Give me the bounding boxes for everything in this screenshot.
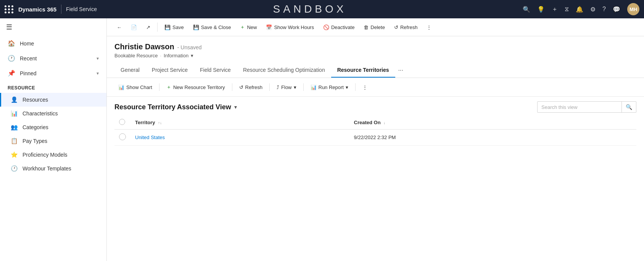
sidebar-item-home[interactable]: 🏠 Home — [0, 36, 106, 51]
run-report-button[interactable]: 📊 Run Report ▾ — [307, 83, 352, 92]
form-name: Information — [164, 53, 188, 58]
bell-icon[interactable]: 🔔 — [576, 6, 583, 13]
sub-refresh-icon: ↺ — [239, 84, 243, 90]
view-title-chevron-icon[interactable]: ▾ — [234, 104, 237, 110]
search-box: 🔍 — [537, 101, 636, 113]
row-radio-button[interactable] — [119, 133, 126, 140]
deactivate-label: Deactivate — [331, 24, 354, 30]
more-button[interactable]: ⋮ — [423, 22, 435, 32]
report-icon: 📊 — [311, 84, 317, 90]
sidebar-categories-label: Categories — [23, 124, 48, 130]
show-work-hours-button[interactable]: 📅 Show Work Hours — [262, 22, 318, 32]
refresh-icon: ↺ — [394, 24, 398, 30]
tab-project-service-label: Project Service — [152, 67, 188, 73]
save-button[interactable]: 💾 Save — [161, 22, 188, 32]
new-button[interactable]: ＋ New — [236, 21, 261, 33]
toolbar-divider-1 — [157, 23, 158, 32]
sub-toolbar-sep-4 — [303, 83, 304, 91]
sub-more-icon: ⋮ — [362, 84, 367, 90]
sidebar-item-recent[interactable]: 🕐 Recent ▾ — [0, 51, 106, 66]
save-label: Save — [172, 24, 184, 30]
filter-icon[interactable]: ⧖ — [565, 6, 569, 13]
tab-resource-scheduling[interactable]: Resource Scheduling Optimization — [237, 63, 331, 78]
deactivate-button[interactable]: 🚫 Deactivate — [319, 22, 358, 32]
chart-icon: 📊 — [118, 84, 124, 90]
record-tabs: General Project Service Field Service Re… — [107, 63, 644, 78]
pay-types-icon: 📋 — [11, 138, 18, 144]
app-launcher[interactable] — [5, 5, 14, 13]
open-in-new-button[interactable]: ↗ — [142, 22, 154, 32]
flow-chevron-icon: ▾ — [294, 84, 296, 90]
search-icon: 🔍 — [626, 104, 632, 110]
home-icon: 🏠 — [8, 40, 15, 47]
entity-type: Bookable Resource — [114, 53, 158, 58]
more-icon: ⋮ — [427, 24, 431, 30]
form-icon: 📄 — [131, 24, 137, 30]
search-icon[interactable]: 🔍 — [523, 6, 530, 13]
sidebar-item-characteristics[interactable]: 📊 Characteristics — [0, 107, 106, 120]
save-close-button[interactable]: 💾 Save & Close — [189, 22, 235, 32]
sub-toolbar-sep-5 — [355, 83, 356, 91]
new-icon: ＋ — [240, 24, 245, 31]
main-toolbar: ← 📄 ↗ 💾 Save 💾 Save & Close ＋ New — [107, 18, 644, 36]
tab-field-service[interactable]: Field Service — [194, 63, 237, 78]
show-chart-button[interactable]: 📊 Show Chart — [114, 83, 156, 92]
flow-button[interactable]: ⤴ Flow ▾ — [273, 83, 300, 92]
user-avatar[interactable]: MH — [627, 3, 639, 15]
tab-general[interactable]: General — [114, 63, 146, 78]
recent-icon: 🕐 — [8, 55, 15, 62]
created-on-column-header[interactable]: Created On ↓ — [349, 116, 636, 130]
search-button[interactable]: 🔍 — [621, 102, 636, 112]
back-button[interactable]: ← — [113, 22, 126, 32]
chat-icon[interactable]: 💬 — [613, 6, 620, 13]
sub-more-button[interactable]: ⋮ — [359, 83, 371, 92]
top-nav-icons: 🔍 💡 ＋ ⧖ 🔔 ⚙ ? 💬 MH — [523, 3, 639, 15]
sub-refresh-button[interactable]: ↺ Refresh — [235, 83, 267, 92]
sidebar-item-proficiency-models[interactable]: ⭐ Proficiency Models — [0, 148, 106, 162]
territory-link[interactable]: United States — [135, 135, 165, 140]
sidebar-item-pay-types[interactable]: 📋 Pay Types — [0, 134, 106, 148]
tab-resource-territories[interactable]: Resource Territories — [331, 63, 395, 78]
help-icon[interactable]: ? — [602, 6, 606, 13]
main-layout: ☰ 🏠 Home 🕐 Recent ▾ 📌 Pinned ▾ Resource … — [0, 18, 644, 261]
delete-icon: 🗑 — [364, 24, 369, 30]
tabs-more-button[interactable]: ··· — [395, 63, 406, 78]
record-header: Christie Dawson - Unsaved Bookable Resou… — [107, 36, 644, 58]
sandbox-label: SANDBOX — [273, 3, 347, 15]
sidebar-proficiency-label: Proficiency Models — [23, 152, 68, 158]
delete-label: Delete — [370, 24, 385, 30]
content-area: ← 📄 ↗ 💾 Save 💾 Save & Close ＋ New — [107, 18, 644, 261]
search-input[interactable] — [538, 102, 621, 112]
select-all-checkbox[interactable] — [119, 119, 125, 125]
back-arrow-icon: ← — [117, 24, 122, 30]
tab-field-service-label: Field Service — [200, 67, 231, 73]
created-on-sort-icon[interactable]: ↓ — [383, 121, 385, 125]
pinned-chevron-icon: ▾ — [97, 71, 99, 76]
refresh-button[interactable]: ↺ Refresh — [390, 22, 422, 32]
territory-sort-icon[interactable]: ↑↓ — [158, 121, 162, 125]
categories-icon: 👥 — [11, 124, 18, 131]
run-report-chevron-icon: ▾ — [346, 84, 348, 90]
add-icon[interactable]: ＋ — [552, 5, 558, 13]
save-close-label: Save & Close — [201, 24, 231, 30]
delete-button[interactable]: 🗑 Delete — [360, 22, 389, 32]
tab-project-service[interactable]: Project Service — [146, 63, 194, 78]
sidebar-item-pinned[interactable]: 📌 Pinned ▾ — [0, 66, 106, 81]
settings-icon[interactable]: ⚙ — [590, 6, 596, 13]
workhour-icon: 🕐 — [11, 165, 18, 172]
lightbulb-icon[interactable]: 💡 — [537, 6, 545, 13]
territory-column-header[interactable]: Territory ↑↓ — [130, 116, 349, 130]
hamburger-menu[interactable]: ☰ — [0, 18, 106, 36]
sidebar-characteristics-label: Characteristics — [23, 110, 58, 117]
sidebar-item-workhour-templates[interactable]: 🕐 Workhour Templates — [0, 162, 106, 175]
sidebar-item-categories[interactable]: 👥 Categories — [0, 120, 106, 134]
form-chevron-icon[interactable]: ▾ — [191, 53, 193, 58]
created-on-column-label: Created On — [354, 120, 381, 125]
sidebar-workhour-label: Workhour Templates — [23, 165, 71, 172]
record-name: Christie Dawson — [114, 42, 174, 51]
sidebar-item-resources[interactable]: 👤 Resources — [0, 93, 106, 107]
new-resource-territory-button[interactable]: ＋ New Resource Territory — [163, 82, 229, 92]
breadcrumb-separator: · — [160, 53, 161, 58]
entity-form-icon-button[interactable]: 📄 — [127, 22, 141, 32]
deactivate-icon: 🚫 — [323, 24, 329, 30]
